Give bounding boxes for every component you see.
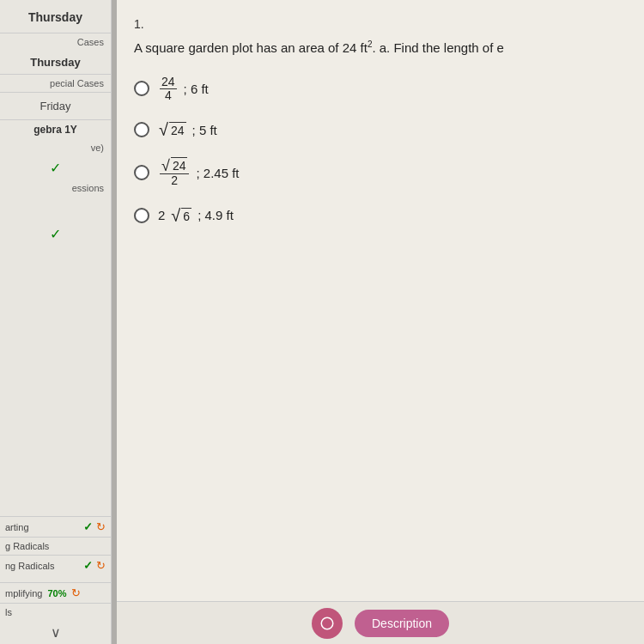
question-number: 1. (134, 17, 618, 31)
sidebar-header[interactable]: Thursday (0, 0, 111, 33)
sqrt-d: √ 6 (171, 207, 191, 224)
refresh-icon-3[interactable]: ↻ (71, 586, 81, 599)
sidebar-ls-label: ls (0, 603, 111, 621)
option-d[interactable]: 2 √ 6 ; 4.9 ft (134, 207, 618, 224)
option-b-suffix: ; 5 ft (192, 123, 217, 137)
radio-d[interactable] (134, 208, 149, 223)
check-icon-2: ✓ (83, 559, 93, 572)
circle-button[interactable] (312, 608, 343, 639)
sidebar-cases: Cases (0, 33, 111, 49)
circle-icon (319, 616, 335, 631)
sidebar-thursday[interactable]: Thursday (0, 49, 111, 75)
bottom-bar: Description (117, 601, 644, 644)
sidebar-algebra[interactable]: gebra 1Y (0, 120, 111, 139)
refresh-icon-1[interactable]: ↻ (96, 520, 106, 533)
sidebar-sessions: essions (0, 179, 111, 197)
option-d-suffix: ; 4.9 ft (197, 208, 234, 222)
sidebar-ls: ls (5, 607, 12, 617)
sidebar-ng-radicals-label: ng Radicals (5, 561, 54, 571)
sidebar-ve: ve) (0, 139, 111, 156)
description-button[interactable]: Description (355, 610, 449, 637)
radio-b[interactable] (134, 122, 149, 137)
fraction-c: √ 24 2 (160, 157, 189, 188)
option-b-content: √ 24 ; 5 ft (158, 121, 217, 138)
main-content: 1. A square garden plot has an area of 2… (117, 0, 644, 644)
sidebar-bottom-simplifying[interactable]: mplifying 70% ↻ (0, 582, 111, 603)
option-c[interactable]: √ 24 2 ; 2.45 ft (134, 157, 618, 188)
sidebar-bottom-radicals1: g Radicals (0, 537, 111, 555)
fraction-a: 24 4 (160, 76, 177, 103)
svg-point-0 (321, 617, 333, 629)
sidebar-radicals-label1: g Radicals (5, 541, 49, 551)
sidebar-special-cases: pecial Cases (0, 75, 111, 93)
sidebar: Thursday Cases Thursday pecial Cases Fri… (0, 0, 112, 644)
option-b[interactable]: √ 24 ; 5 ft (134, 121, 618, 138)
option-c-suffix: ; 2.45 ft (196, 166, 239, 180)
sqrt-b: √ 24 (159, 121, 186, 138)
sidebar-friday[interactable]: Friday (0, 93, 111, 120)
sidebar-checkmark-2: ✓ (0, 222, 111, 246)
option-d-coeff: 2 (158, 208, 165, 222)
sidebar-starting-label: arting (5, 522, 29, 532)
sidebar-bottom-starting[interactable]: arting ✓ ↻ (0, 516, 111, 537)
sidebar-bottom-ng-radicals[interactable]: ng Radicals ✓ ↻ (0, 555, 111, 575)
answer-options: 24 4 ; 6 ft √ 24 ; 5 ft (134, 76, 618, 224)
option-a-suffix: ; 6 ft (184, 82, 209, 96)
sidebar-percent: 70% (47, 588, 66, 598)
sidebar-chevron[interactable]: ∨ (0, 621, 111, 644)
radio-a[interactable] (134, 81, 149, 96)
sqrt-c: √ 24 (161, 157, 187, 173)
radio-c[interactable] (134, 165, 149, 180)
option-a[interactable]: 24 4 ; 6 ft (134, 76, 618, 103)
sidebar-simplifying-label: mplifying (5, 588, 42, 598)
sidebar-checkmark-1: ✓ (0, 156, 111, 179)
option-a-content: 24 4 ; 6 ft (158, 76, 209, 103)
question-text: A square garden plot has an area of 24 f… (134, 38, 618, 58)
check-icon-1: ✓ (83, 520, 93, 533)
option-c-content: √ 24 2 ; 2.45 ft (158, 157, 240, 188)
option-d-content: 2 √ 6 ; 4.9 ft (158, 207, 234, 224)
refresh-icon-2[interactable]: ↻ (96, 559, 106, 572)
